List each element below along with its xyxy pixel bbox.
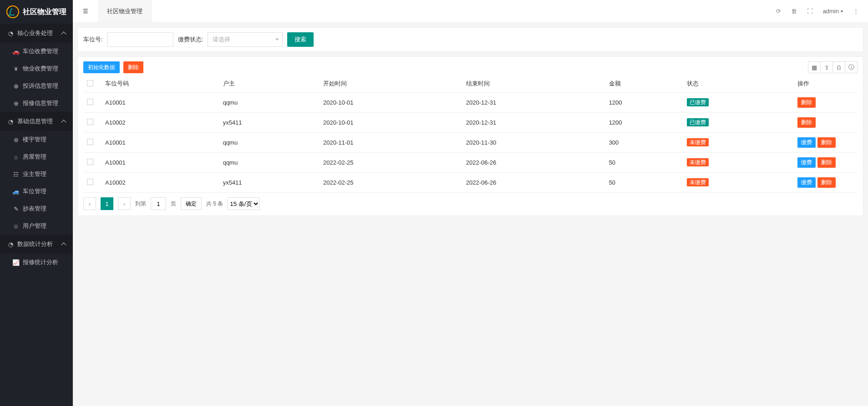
space-label: 车位号: <box>83 35 103 44</box>
menu-group-label: 数据统计分析 <box>17 240 53 248</box>
sidebar-item[interactable]: ⊚楼宇管理 <box>0 131 73 148</box>
sidebar-item-label: 报修信息管理 <box>23 99 58 107</box>
pay-button[interactable]: 缴费 <box>797 157 816 168</box>
row-checkbox[interactable] <box>87 139 93 145</box>
sidebar-item-label: 物业收费管理 <box>23 65 58 73</box>
print-tool-button[interactable]: ⎙ <box>832 61 845 73</box>
home-icon: ⌂ <box>13 154 19 160</box>
circle-plus-icon: ⊕ <box>13 100 19 106</box>
more-icon[interactable]: ⋮ <box>853 8 859 15</box>
sidebar-item[interactable]: 📈报修统计分析 <box>0 254 73 271</box>
menu-icon: ☰ <box>83 8 88 15</box>
pay-button[interactable]: 缴费 <box>797 177 816 188</box>
status-select[interactable]: 请选择 <box>208 32 283 47</box>
row-checkbox[interactable] <box>87 159 93 165</box>
cell-ops: 缴费删除 <box>794 133 858 153</box>
init-data-button[interactable]: 初始化数据 <box>83 61 120 73</box>
delete-row-button[interactable]: 删除 <box>797 97 816 108</box>
info-icon: ⓘ <box>848 63 854 71</box>
menu-group-label: 基础信息管理 <box>17 117 53 125</box>
pay-button[interactable]: 缴费 <box>797 137 816 148</box>
delete-row-button[interactable]: 删除 <box>797 117 816 128</box>
menu-group-label: 核心业务处理 <box>17 29 53 37</box>
topbar: ☰ 社区物业管理 ⟳ 🗑 ⛶ admin ▾ ⋮ <box>73 0 868 23</box>
cell-amount: 50 <box>605 153 683 173</box>
row-checkbox[interactable] <box>87 119 93 125</box>
cell-amount: 50 <box>605 173 683 193</box>
cell-ops: 缴费删除 <box>794 153 858 173</box>
pagination: ‹ 1 › 到第 页 确定 共 5 条 15 条/页 <box>83 193 858 211</box>
dashboard-icon: 🚗 <box>13 48 19 55</box>
sidebar-item-label: 业主管理 <box>23 170 46 178</box>
search-button[interactable]: 搜索 <box>287 32 314 47</box>
delete-row-button[interactable]: 删除 <box>817 137 836 148</box>
cell-owner: yx5411 <box>219 113 320 133</box>
cell-status: 未缴费 <box>683 153 794 173</box>
cell-start: 2020-11-01 <box>320 133 462 153</box>
columns-tool-button[interactable]: ▦ <box>808 61 821 73</box>
batch-delete-button[interactable]: 删除 <box>123 61 143 73</box>
fullscreen-icon[interactable]: ⛶ <box>807 8 813 15</box>
menu-group-header[interactable]: ◔核心业务处理 <box>0 24 73 43</box>
users-icon: ☷ <box>13 171 19 177</box>
sidebar-item[interactable]: ☺用户管理 <box>0 217 73 235</box>
tab-active[interactable]: 社区物业管理 <box>98 0 152 22</box>
status-badge: 已缴费 <box>687 98 709 106</box>
sidebar-item[interactable]: ☷业主管理 <box>0 165 73 183</box>
print-icon: ⎙ <box>837 64 841 71</box>
delete-row-button[interactable]: 删除 <box>817 177 836 188</box>
info-tool-button[interactable]: ⓘ <box>845 61 858 73</box>
sidebar-item[interactable]: 🚗车位收费管理 <box>0 43 73 60</box>
sidebar-item-label: 用户管理 <box>23 222 46 230</box>
chart-icon: 📈 <box>13 259 19 266</box>
cell-ops: 缴费删除 <box>794 173 858 193</box>
next-page-button[interactable]: › <box>118 197 131 210</box>
sidebar-item[interactable]: ⌂房屋管理 <box>0 148 73 165</box>
sidebar: 社区物业管理 ◔核心业务处理🚗车位收费管理¥物业收费管理⊕投诉信息管理⊕报修信息… <box>0 0 73 406</box>
sidebar-item[interactable]: ⊕报修信息管理 <box>0 95 73 112</box>
menu-group-header[interactable]: ◔基础信息管理 <box>0 112 73 131</box>
goto-confirm-button[interactable]: 确定 <box>181 197 202 210</box>
select-all-checkbox[interactable] <box>87 80 93 86</box>
cell-start: 2020-10-01 <box>320 93 462 113</box>
folder-icon: ◔ <box>7 30 14 36</box>
trash-icon[interactable]: 🗑 <box>791 8 797 15</box>
total-count: 共 5 条 <box>206 200 223 208</box>
sidebar-item[interactable]: 🚙车位管理 <box>0 183 73 200</box>
sidebar-item[interactable]: ✎抄表管理 <box>0 200 73 217</box>
row-checkbox[interactable] <box>87 99 93 105</box>
car-icon: 🚙 <box>13 188 19 195</box>
sidebar-item-label: 楼宇管理 <box>23 135 46 144</box>
sidebar-item-label: 房屋管理 <box>23 153 46 161</box>
cell-owner: qqmu <box>219 133 320 153</box>
delete-row-button[interactable]: 删除 <box>817 157 836 168</box>
col-owner: 户主 <box>219 75 320 93</box>
user-dropdown[interactable]: admin ▾ <box>823 8 843 15</box>
status-badge: 未缴费 <box>687 158 709 166</box>
goto-suffix: 页 <box>171 200 176 208</box>
status-badge: 未缴费 <box>687 138 709 146</box>
cell-amount: 1200 <box>605 113 683 133</box>
sidebar-item[interactable]: ¥物业收费管理 <box>0 60 73 77</box>
refresh-icon[interactable]: ⟳ <box>776 8 781 15</box>
toggle-sidebar-button[interactable]: ☰ <box>73 0 98 22</box>
status-badge: 未缴费 <box>687 178 709 186</box>
page-1-button[interactable]: 1 <box>101 197 113 210</box>
col-ops: 操作 <box>794 75 858 93</box>
grid-icon: ▦ <box>812 64 817 71</box>
folder-icon: ◔ <box>7 241 14 247</box>
cell-owner: qqmu <box>219 153 320 173</box>
sidebar-item-label: 抄表管理 <box>23 205 46 213</box>
cell-end: 2020-11-30 <box>462 133 605 153</box>
cell-status: 已缴费 <box>683 113 794 133</box>
export-tool-button[interactable]: ⇪ <box>820 61 833 73</box>
user-name: admin <box>823 8 839 15</box>
row-checkbox[interactable] <box>87 179 93 185</box>
prev-page-button[interactable]: ‹ <box>83 197 96 210</box>
space-input[interactable] <box>107 32 173 47</box>
menu-group-header[interactable]: ◔数据统计分析 <box>0 235 73 254</box>
page-size-select[interactable]: 15 条/页 <box>228 197 260 210</box>
goto-page-input[interactable] <box>151 197 166 210</box>
sidebar-item[interactable]: ⊕投诉信息管理 <box>0 77 73 95</box>
cell-status: 已缴费 <box>683 93 794 113</box>
